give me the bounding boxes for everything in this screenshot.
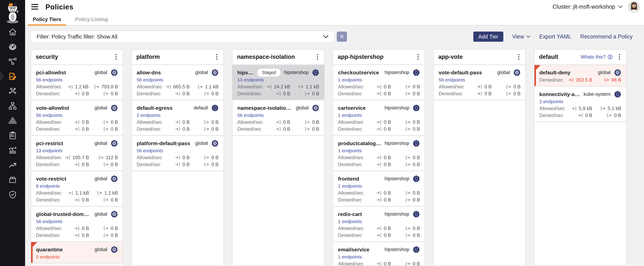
policy-card[interactable]: default-deny Staged global ns Allowed/se… (534, 65, 626, 86)
policy-filter-dropdown[interactable]: Filter: Policy Traffic filter: Show All (31, 31, 334, 42)
allowed-label: Allowed/sec (338, 261, 364, 266)
endpoints-link[interactable]: 56 endpoints (36, 218, 118, 225)
endpoints-link[interactable]: 56 endpoints (36, 112, 118, 119)
policies-icon[interactable] (0, 69, 25, 84)
policy-card[interactable]: default-egress Staged default ns 2 endpo… (132, 100, 224, 135)
policy-card[interactable]: konnectivity-agent Staged kube-system ns… (534, 87, 626, 121)
endpoints-link[interactable]: 1 endpoints (338, 76, 420, 83)
denied-egress-value: 0 B (513, 91, 520, 96)
svg-text:ns: ns (416, 216, 417, 216)
endpoints-link[interactable]: 13 endpoints (237, 76, 319, 83)
statistics-icon[interactable] (0, 143, 25, 158)
endpoints-link[interactable]: 1 endpoints (338, 112, 420, 119)
policy-card[interactable]: hipstershop-gh… Staged hipstershop ns 13… (232, 65, 324, 100)
policy-card[interactable]: allow-dns Staged global ns 56 endpoints … (132, 65, 224, 100)
tier-kebab-menu-icon[interactable] (114, 53, 118, 60)
policy-card-top: konnectivity-agent Staged kube-system ns (539, 90, 621, 98)
endpoints-link[interactable]: 56 endpoints (439, 76, 520, 83)
endpoints-link[interactable]: 1 endpoints (338, 218, 420, 225)
tier-kebab-menu-icon[interactable] (517, 53, 521, 60)
dashboard-icon[interactable] (0, 40, 25, 54)
ingress-icon (74, 127, 80, 131)
tier-header: default Whats this? (534, 50, 626, 64)
clear-filter-button[interactable]: ✕ (337, 32, 347, 42)
endpoints-link[interactable]: 56 endpoints (137, 147, 218, 154)
policy-card[interactable]: frontend Staged hipstershop ns 1 endpoin… (333, 171, 425, 206)
policy-card[interactable]: vote-default-pass Staged global ns 56 en… (434, 65, 526, 100)
policy-card[interactable]: vote-restrict Staged global ns 6 endpoin… (31, 171, 123, 206)
compliance-icon[interactable] (0, 128, 25, 143)
denied-label: Denied/sec (539, 113, 563, 118)
policy-name: namespace-isolation-default-p… (237, 105, 293, 111)
policy-card[interactable]: cartservice Staged hipstershop ns 1 endp… (333, 100, 425, 135)
timeline-icon[interactable] (0, 158, 25, 172)
endpoints-link[interactable]: 1 endpoints (338, 147, 420, 154)
endpoints-link[interactable]: 1 endpoints (338, 254, 420, 260)
endpoints-link[interactable]: 0 endpoints (36, 254, 118, 260)
endpoints-link[interactable]: 2 endpoints (539, 98, 621, 105)
tier-kebab-menu-icon[interactable] (416, 53, 420, 60)
image-assurance-icon[interactable] (0, 172, 25, 187)
tier-header: platform Whats this? (132, 50, 224, 64)
recommend-policy-button[interactable]: Recommend a Policy (580, 34, 632, 40)
policy-scope: kube-system (584, 92, 610, 97)
add-tier-button[interactable]: Add Tier (473, 32, 503, 42)
policy-scope: default (194, 105, 208, 111)
denied-label: Denied/sec (36, 91, 60, 96)
tier-kebab-menu-icon[interactable] (316, 53, 320, 60)
denied-egress-value: 0 B (111, 197, 118, 203)
cluster-selector[interactable]: Cluster: jlt-msft-workshop (552, 4, 622, 10)
home-icon[interactable] (0, 25, 25, 40)
tab-policy-listing[interactable]: Policy Listing (70, 14, 113, 25)
allowed-ingress-value: 1.2 kB (75, 84, 88, 90)
egress-icon (600, 106, 606, 111)
whats-this-link[interactable]: Whats this? (581, 54, 613, 60)
clusters-icon[interactable] (0, 113, 25, 128)
egress-icon (94, 84, 100, 89)
tab-policy-tiers[interactable]: Policy Tiers (28, 14, 66, 25)
policy-card[interactable]: redis-cart Staged hipstershop ns 1 endpo… (333, 207, 425, 241)
threat-defense-icon[interactable] (0, 187, 25, 202)
allowed-ingress-value: 24.2 kB (274, 84, 290, 90)
endpoints-link[interactable]: 2 endpoints (137, 112, 218, 119)
hamburger-menu-icon[interactable] (31, 4, 38, 10)
service-graph-icon[interactable] (0, 54, 25, 69)
policy-card[interactable]: security-default-pass Staged global ns A… (31, 264, 123, 266)
globe-icon (111, 210, 118, 218)
endpoints-link[interactable]: 6 endpoints (36, 183, 118, 190)
sidebar-nav (0, 25, 25, 202)
tier-empty-area (434, 100, 526, 266)
endpoints-link[interactable]: 1 endpoints (338, 183, 420, 190)
policy-card-top: cartservice Staged hipstershop ns (338, 104, 420, 112)
policy-card[interactable]: pci-allowlist Staged global ns 56 endpoi… (31, 65, 123, 100)
endpoints-icon[interactable] (0, 84, 25, 98)
view-dropdown[interactable]: View (512, 34, 530, 40)
svg-text:ns: ns (416, 74, 417, 75)
endpoints-link[interactable]: 56 endpoints (36, 76, 118, 83)
endpoints-link[interactable]: 56 endpoints (137, 76, 218, 83)
policy-card[interactable]: quarantine Staged global ns 0 endpoints … (31, 242, 123, 263)
policy-card[interactable]: emailservice Staged hipstershop ns 1 end… (333, 242, 425, 266)
denied-row: Denied/sec 0 B 0 B (36, 161, 118, 168)
policy-card-top: productcatalogservice Staged hipstershop… (338, 139, 420, 147)
policy-card[interactable]: vote-allowlist Staged global ns 56 endpo… (31, 100, 123, 135)
policy-card[interactable]: platform-default-pass Staged global ns 5… (132, 136, 224, 170)
tier-kebab-menu-icon[interactable] (617, 53, 622, 60)
tier-kebab-menu-icon[interactable] (215, 53, 219, 60)
endpoints-link[interactable]: 56 endpoints (237, 112, 319, 119)
policy-card[interactable]: pci-restrict Staged global ns 13 endpoin… (31, 136, 123, 170)
tier-cards: default-deny Staged global ns Allowed/se… (534, 65, 626, 122)
user-avatar[interactable] (628, 1, 640, 13)
policy-card[interactable]: productcatalogservice Staged hipstershop… (333, 136, 425, 170)
denied-egress-value: 0 B (413, 126, 420, 132)
policy-scope: global (598, 70, 610, 75)
policy-card[interactable]: global-trusted-domains Staged global ns … (31, 207, 123, 241)
policy-card[interactable]: checkoutservice Staged hipstershop ns 1 … (333, 65, 425, 100)
denied-ingress-value: 0 B (283, 91, 290, 96)
policy-card[interactable]: namespace-isolation-default-p… Staged gl… (232, 100, 324, 135)
allowed-egress-value: 0 B (413, 261, 420, 266)
tier-cards: vote-default-pass Staged global ns 56 en… (434, 65, 526, 100)
network-sets-icon[interactable] (0, 98, 25, 113)
export-yaml-button[interactable]: Export YAML (539, 34, 571, 40)
endpoints-link[interactable]: 13 endpoints (36, 147, 118, 154)
